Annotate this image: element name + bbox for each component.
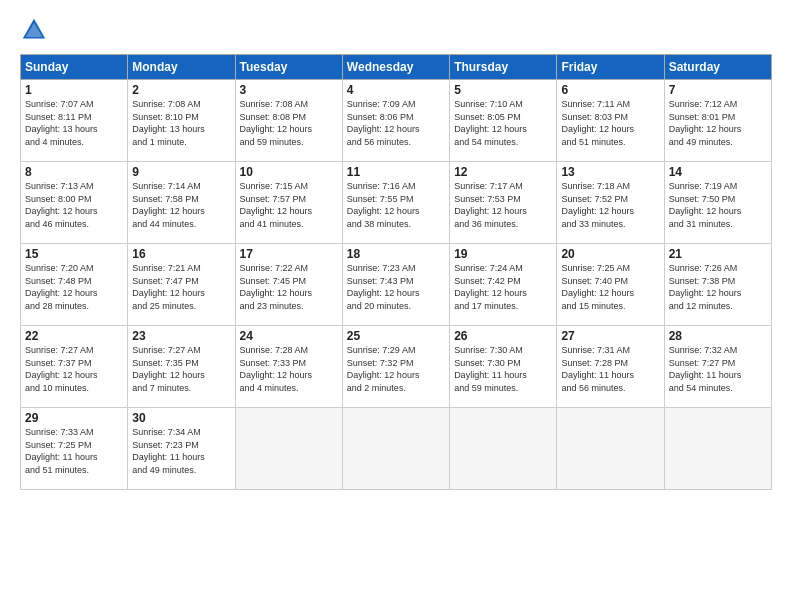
day-info: Sunrise: 7:07 AMSunset: 8:11 PMDaylight:… [25,98,123,148]
day-number: 4 [347,83,445,97]
day-number: 27 [561,329,659,343]
page: SundayMondayTuesdayWednesdayThursdayFrid… [0,0,792,612]
day-info: Sunrise: 7:22 AMSunset: 7:45 PMDaylight:… [240,262,338,312]
day-info: Sunrise: 7:15 AMSunset: 7:57 PMDaylight:… [240,180,338,230]
day-info: Sunrise: 7:16 AMSunset: 7:55 PMDaylight:… [347,180,445,230]
day-number: 9 [132,165,230,179]
calendar-day-header: Wednesday [342,55,449,80]
day-number: 11 [347,165,445,179]
day-number: 22 [25,329,123,343]
calendar-cell: 6Sunrise: 7:11 AMSunset: 8:03 PMDaylight… [557,80,664,162]
calendar-cell [235,408,342,490]
day-number: 15 [25,247,123,261]
calendar-week-row: 15Sunrise: 7:20 AMSunset: 7:48 PMDayligh… [21,244,772,326]
day-number: 19 [454,247,552,261]
calendar-week-row: 8Sunrise: 7:13 AMSunset: 8:00 PMDaylight… [21,162,772,244]
day-info: Sunrise: 7:19 AMSunset: 7:50 PMDaylight:… [669,180,767,230]
day-number: 26 [454,329,552,343]
calendar-cell: 27Sunrise: 7:31 AMSunset: 7:28 PMDayligh… [557,326,664,408]
calendar-day-header: Monday [128,55,235,80]
day-info: Sunrise: 7:13 AMSunset: 8:00 PMDaylight:… [25,180,123,230]
day-number: 23 [132,329,230,343]
day-number: 20 [561,247,659,261]
day-number: 29 [25,411,123,425]
calendar-cell: 24Sunrise: 7:28 AMSunset: 7:33 PMDayligh… [235,326,342,408]
calendar-cell: 19Sunrise: 7:24 AMSunset: 7:42 PMDayligh… [450,244,557,326]
day-info: Sunrise: 7:08 AMSunset: 8:08 PMDaylight:… [240,98,338,148]
day-number: 18 [347,247,445,261]
calendar-day-header: Friday [557,55,664,80]
calendar-cell [557,408,664,490]
day-info: Sunrise: 7:30 AMSunset: 7:30 PMDaylight:… [454,344,552,394]
day-number: 16 [132,247,230,261]
calendar-cell: 25Sunrise: 7:29 AMSunset: 7:32 PMDayligh… [342,326,449,408]
day-number: 5 [454,83,552,97]
day-info: Sunrise: 7:08 AMSunset: 8:10 PMDaylight:… [132,98,230,148]
day-info: Sunrise: 7:14 AMSunset: 7:58 PMDaylight:… [132,180,230,230]
calendar-cell: 11Sunrise: 7:16 AMSunset: 7:55 PMDayligh… [342,162,449,244]
calendar-cell [342,408,449,490]
day-info: Sunrise: 7:11 AMSunset: 8:03 PMDaylight:… [561,98,659,148]
day-info: Sunrise: 7:21 AMSunset: 7:47 PMDaylight:… [132,262,230,312]
day-info: Sunrise: 7:33 AMSunset: 7:25 PMDaylight:… [25,426,123,476]
day-number: 24 [240,329,338,343]
day-info: Sunrise: 7:17 AMSunset: 7:53 PMDaylight:… [454,180,552,230]
calendar-week-row: 29Sunrise: 7:33 AMSunset: 7:25 PMDayligh… [21,408,772,490]
calendar-cell: 22Sunrise: 7:27 AMSunset: 7:37 PMDayligh… [21,326,128,408]
day-info: Sunrise: 7:34 AMSunset: 7:23 PMDaylight:… [132,426,230,476]
calendar-cell: 1Sunrise: 7:07 AMSunset: 8:11 PMDaylight… [21,80,128,162]
calendar-week-row: 1Sunrise: 7:07 AMSunset: 8:11 PMDaylight… [21,80,772,162]
calendar-cell: 7Sunrise: 7:12 AMSunset: 8:01 PMDaylight… [664,80,771,162]
day-info: Sunrise: 7:10 AMSunset: 8:05 PMDaylight:… [454,98,552,148]
calendar-cell: 20Sunrise: 7:25 AMSunset: 7:40 PMDayligh… [557,244,664,326]
calendar-cell: 23Sunrise: 7:27 AMSunset: 7:35 PMDayligh… [128,326,235,408]
calendar-table: SundayMondayTuesdayWednesdayThursdayFrid… [20,54,772,490]
calendar-cell [664,408,771,490]
day-info: Sunrise: 7:28 AMSunset: 7:33 PMDaylight:… [240,344,338,394]
day-number: 12 [454,165,552,179]
calendar-cell [450,408,557,490]
day-number: 17 [240,247,338,261]
calendar-cell: 9Sunrise: 7:14 AMSunset: 7:58 PMDaylight… [128,162,235,244]
logo [20,16,52,44]
logo-icon [20,16,48,44]
calendar-cell: 29Sunrise: 7:33 AMSunset: 7:25 PMDayligh… [21,408,128,490]
calendar-cell: 13Sunrise: 7:18 AMSunset: 7:52 PMDayligh… [557,162,664,244]
day-info: Sunrise: 7:20 AMSunset: 7:48 PMDaylight:… [25,262,123,312]
day-info: Sunrise: 7:32 AMSunset: 7:27 PMDaylight:… [669,344,767,394]
day-info: Sunrise: 7:18 AMSunset: 7:52 PMDaylight:… [561,180,659,230]
calendar-cell: 3Sunrise: 7:08 AMSunset: 8:08 PMDaylight… [235,80,342,162]
calendar-day-header: Sunday [21,55,128,80]
calendar-cell: 16Sunrise: 7:21 AMSunset: 7:47 PMDayligh… [128,244,235,326]
day-number: 10 [240,165,338,179]
calendar-cell: 30Sunrise: 7:34 AMSunset: 7:23 PMDayligh… [128,408,235,490]
calendar-day-header: Thursday [450,55,557,80]
calendar-cell: 8Sunrise: 7:13 AMSunset: 8:00 PMDaylight… [21,162,128,244]
calendar-cell: 14Sunrise: 7:19 AMSunset: 7:50 PMDayligh… [664,162,771,244]
day-number: 2 [132,83,230,97]
calendar-cell: 4Sunrise: 7:09 AMSunset: 8:06 PMDaylight… [342,80,449,162]
calendar-cell: 15Sunrise: 7:20 AMSunset: 7:48 PMDayligh… [21,244,128,326]
day-number: 30 [132,411,230,425]
day-number: 13 [561,165,659,179]
day-info: Sunrise: 7:27 AMSunset: 7:37 PMDaylight:… [25,344,123,394]
day-info: Sunrise: 7:24 AMSunset: 7:42 PMDaylight:… [454,262,552,312]
calendar-cell: 28Sunrise: 7:32 AMSunset: 7:27 PMDayligh… [664,326,771,408]
calendar-cell: 5Sunrise: 7:10 AMSunset: 8:05 PMDaylight… [450,80,557,162]
day-number: 6 [561,83,659,97]
calendar-cell: 17Sunrise: 7:22 AMSunset: 7:45 PMDayligh… [235,244,342,326]
calendar-cell: 10Sunrise: 7:15 AMSunset: 7:57 PMDayligh… [235,162,342,244]
calendar-day-header: Saturday [664,55,771,80]
day-number: 7 [669,83,767,97]
header [20,16,772,44]
day-info: Sunrise: 7:12 AMSunset: 8:01 PMDaylight:… [669,98,767,148]
calendar-day-header: Tuesday [235,55,342,80]
day-info: Sunrise: 7:29 AMSunset: 7:32 PMDaylight:… [347,344,445,394]
day-number: 1 [25,83,123,97]
calendar-week-row: 22Sunrise: 7:27 AMSunset: 7:37 PMDayligh… [21,326,772,408]
calendar-cell: 2Sunrise: 7:08 AMSunset: 8:10 PMDaylight… [128,80,235,162]
day-info: Sunrise: 7:31 AMSunset: 7:28 PMDaylight:… [561,344,659,394]
day-info: Sunrise: 7:09 AMSunset: 8:06 PMDaylight:… [347,98,445,148]
day-info: Sunrise: 7:25 AMSunset: 7:40 PMDaylight:… [561,262,659,312]
day-number: 28 [669,329,767,343]
